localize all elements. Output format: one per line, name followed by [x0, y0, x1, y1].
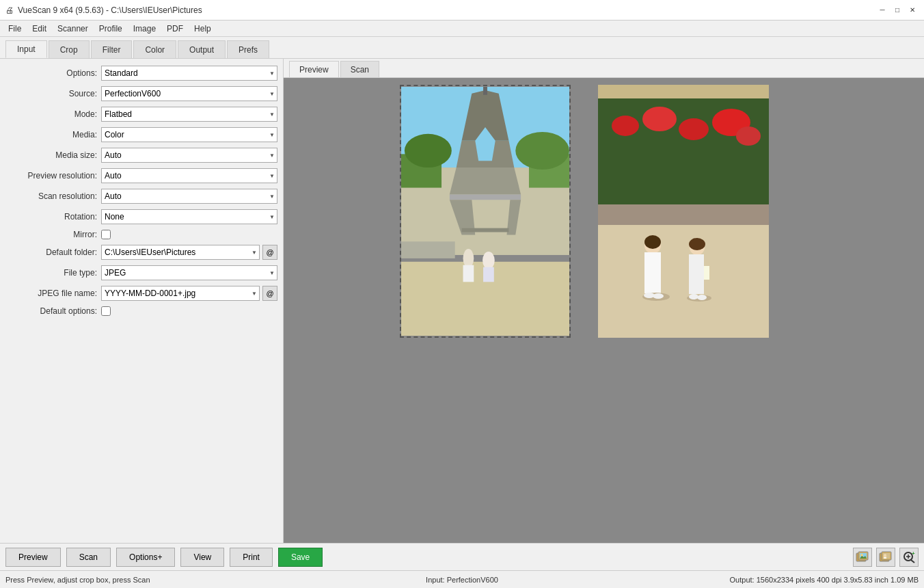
- menu-image[interactable]: Image: [128, 23, 161, 35]
- menu-profile[interactable]: Profile: [94, 23, 128, 35]
- preview-resolution-label: Preview resolution:: [5, 171, 101, 181]
- svg-rect-12: [462, 228, 509, 232]
- tab-filter[interactable]: Filter: [91, 40, 133, 58]
- scan-resolution-row: Scan resolution: Auto ▼: [5, 189, 277, 204]
- default-folder-at-button[interactable]: @: [262, 245, 277, 260]
- media-label: Media:: [5, 130, 101, 139]
- svg-point-16: [483, 252, 495, 269]
- media-size-select-wrapper: Auto ▼: [101, 148, 277, 163]
- jpeg-filename-select-wrapper: YYYY-MM-DD-0001+.jpg ▼: [101, 286, 260, 301]
- svg-rect-35: [704, 266, 709, 280]
- svg-rect-28: [598, 225, 769, 338]
- photo-eiffel[interactable]: [400, 85, 571, 338]
- file-type-select[interactable]: JPEG: [101, 265, 277, 280]
- save-button[interactable]: Save: [278, 548, 323, 567]
- default-folder-select[interactable]: C:\Users\IEUser\Pictures: [101, 245, 260, 260]
- jpeg-filename-label: JPEG file name:: [5, 289, 101, 298]
- jpeg-filename-at-button[interactable]: @: [262, 286, 277, 301]
- preview-canvas[interactable]: [284, 78, 924, 543]
- status-left: Press Preview, adjust crop box, press Sc…: [5, 576, 310, 584]
- status-right: Output: 1560x2334 pixels 400 dpi 3.9x5.8…: [614, 576, 919, 584]
- options-row: Options: Standard ▼: [5, 66, 277, 81]
- close-button[interactable]: ✕: [906, 4, 919, 16]
- tab-prefs[interactable]: Prefs: [227, 40, 269, 58]
- default-folder-label: Default folder:: [5, 248, 101, 257]
- media-select-wrapper: Color ▼: [101, 127, 277, 142]
- zoom-in-icon[interactable]: +: [899, 548, 919, 567]
- preview-tab-preview[interactable]: Preview: [289, 61, 339, 77]
- tab-input[interactable]: Input: [5, 40, 47, 58]
- svg-rect-51: [884, 557, 886, 559]
- mirror-row: Mirror:: [5, 230, 277, 239]
- preview-tabbar: Preview Scan: [284, 59, 924, 78]
- status-mid: Input: PerfectionV600: [310, 576, 614, 584]
- menu-scanner[interactable]: Scanner: [52, 23, 94, 35]
- rotation-row: Rotation: None ▼: [5, 209, 277, 224]
- scan-button[interactable]: Scan: [66, 548, 111, 567]
- mirror-checkbox-wrapper: [101, 230, 111, 239]
- source-row: Source: PerfectionV600 ▼: [5, 86, 277, 101]
- svg-rect-18: [483, 267, 494, 282]
- view-button[interactable]: View: [180, 548, 224, 567]
- svg-marker-8: [450, 168, 521, 194]
- jpeg-filename-input-wrapper: YYYY-MM-DD-0001+.jpg ▼ @: [101, 286, 277, 301]
- bottom-icons: +: [853, 548, 919, 567]
- media-size-label: Media size:: [5, 150, 101, 160]
- file-type-row: File type: JPEG ▼: [5, 265, 277, 280]
- photo-icon-2[interactable]: [876, 548, 895, 567]
- photo-icon-1[interactable]: [853, 548, 872, 567]
- print-button[interactable]: Print: [230, 548, 273, 567]
- maximize-button[interactable]: □: [891, 4, 903, 16]
- menu-edit[interactable]: Edit: [27, 23, 52, 35]
- svg-rect-33: [689, 254, 704, 294]
- tab-output[interactable]: Output: [178, 40, 226, 58]
- tab-color[interactable]: Color: [133, 40, 176, 58]
- jpeg-filename-select[interactable]: YYYY-MM-DD-0001+.jpg: [101, 286, 260, 301]
- media-row: Media: Color ▼: [5, 127, 277, 142]
- svg-text:+: +: [912, 551, 915, 557]
- svg-rect-13: [483, 87, 487, 95]
- main-tabbar: Input Crop Filter Color Output Prefs: [0, 37, 924, 59]
- tab-crop[interactable]: Crop: [49, 40, 90, 58]
- rotation-label: Rotation:: [5, 212, 101, 222]
- svg-rect-19: [401, 241, 455, 258]
- default-options-label: Default options:: [5, 306, 101, 316]
- menu-pdf[interactable]: PDF: [161, 23, 189, 35]
- svg-point-41: [697, 295, 707, 300]
- preview-resolution-row: Preview resolution: Auto ▼: [5, 168, 277, 183]
- default-options-checkbox-wrapper: [101, 306, 111, 316]
- svg-line-53: [911, 560, 914, 563]
- mirror-checkbox[interactable]: [101, 230, 111, 239]
- titlebar-controls: ─ □ ✕: [876, 4, 919, 16]
- media-select[interactable]: Color: [101, 127, 277, 142]
- default-options-row: Default options:: [5, 306, 277, 316]
- file-type-label: File type:: [5, 268, 101, 278]
- svg-rect-9: [450, 194, 521, 200]
- minimize-button[interactable]: ─: [876, 4, 888, 16]
- rotation-select[interactable]: None: [101, 209, 277, 224]
- default-options-checkbox[interactable]: [101, 306, 111, 316]
- scan-resolution-select[interactable]: Auto: [101, 189, 277, 204]
- options-select[interactable]: Standard: [101, 66, 277, 81]
- svg-point-34: [689, 238, 705, 250]
- svg-point-5: [515, 132, 569, 170]
- source-select-wrapper: PerfectionV600 ▼: [101, 86, 277, 101]
- svg-point-22: [612, 116, 639, 136]
- default-folder-select-wrapper: C:\Users\IEUser\Pictures ▼: [101, 245, 260, 260]
- right-panel: Preview Scan: [284, 59, 924, 543]
- options-plus-button[interactable]: Options+: [116, 548, 175, 567]
- mode-select[interactable]: Flatbed: [101, 107, 277, 122]
- media-size-row: Media size: Auto ▼: [5, 148, 277, 163]
- menu-help[interactable]: Help: [189, 23, 217, 35]
- menu-file[interactable]: File: [3, 23, 27, 35]
- mirror-label: Mirror:: [5, 230, 101, 239]
- preview-tab-scan[interactable]: Scan: [340, 61, 379, 77]
- media-size-select[interactable]: Auto: [101, 148, 277, 163]
- photo-children[interactable]: [598, 85, 769, 338]
- preview-button[interactable]: Preview: [5, 548, 61, 567]
- default-folder-row: Default folder: C:\Users\IEUser\Pictures…: [5, 245, 277, 260]
- preview-resolution-select[interactable]: Auto: [101, 168, 277, 183]
- scan-resolution-label: Scan resolution:: [5, 191, 101, 201]
- svg-point-15: [463, 249, 474, 268]
- source-select[interactable]: PerfectionV600: [101, 86, 277, 101]
